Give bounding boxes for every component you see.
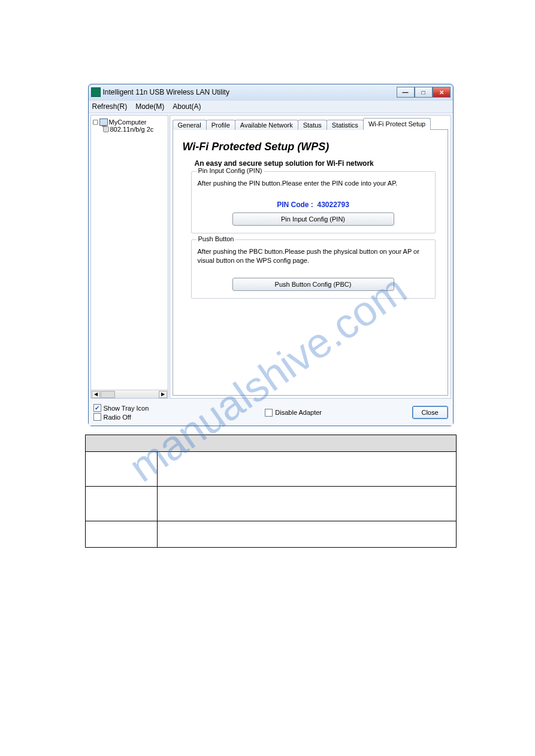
scroll-right-button[interactable]: ▶ xyxy=(159,391,167,398)
title-bar[interactable]: Intelligent 11n USB Wireless LAN Utility xyxy=(89,84,453,100)
pin-input-config-button[interactable]: Pin Input Config (PIN) xyxy=(232,212,394,226)
table-cell xyxy=(157,487,456,521)
table-cell xyxy=(85,487,157,521)
push-button-group-title: Push Button xyxy=(197,235,236,242)
radio-off-checkbox[interactable]: Radio Off xyxy=(93,413,149,421)
wps-heading: Wi-Fi Protected Setup (WPS) xyxy=(183,141,442,153)
tab-general[interactable]: General xyxy=(173,120,207,130)
push-button-group: Push Button After pushing the PBC button… xyxy=(191,239,436,299)
tree-adapter-node[interactable]: 802.11n/b/g 2c xyxy=(92,126,167,133)
tab-wifi-protect-setup[interactable]: Wi-Fi Protect Setup xyxy=(363,118,431,130)
tree-adapter-label: 802.11n/b/g 2c xyxy=(110,126,154,133)
minimize-button[interactable] xyxy=(397,87,415,98)
menu-about[interactable]: About(A) xyxy=(173,102,201,111)
pin-group-title: Pin Input Config (PIN) xyxy=(197,167,264,174)
scroll-thumb[interactable] xyxy=(101,391,115,398)
scroll-left-button[interactable]: ◀ xyxy=(92,391,100,398)
window-close-button[interactable] xyxy=(433,87,451,98)
table-cell xyxy=(85,521,157,548)
content-area: ▢ MyComputer 802.11n/b/g 2c ◀ ▶ xyxy=(89,113,453,400)
pin-instruction: After pushing the PIN button.Please ente… xyxy=(198,179,429,187)
show-tray-icon-checkbox[interactable]: ✔ Show Tray Icon xyxy=(93,404,149,412)
disable-adapter-label: Disable Adapter xyxy=(275,409,322,416)
tab-profile[interactable]: Profile xyxy=(206,120,235,130)
device-tree-panel: ▢ MyComputer 802.11n/b/g 2c ◀ ▶ xyxy=(90,115,168,399)
horizontal-scrollbar[interactable]: ◀ ▶ xyxy=(91,390,168,398)
close-button[interactable]: Close xyxy=(412,406,448,419)
push-button-config-button[interactable]: Push Button Config (PBC) xyxy=(232,278,394,291)
window-title: Intelligent 11n USB Wireless LAN Utility xyxy=(103,88,397,96)
wps-subheading: An easy and secure setup solution for Wi… xyxy=(195,159,442,168)
tab-status[interactable]: Status xyxy=(298,120,327,130)
table-cell xyxy=(85,452,157,487)
menu-bar: Refresh(R) Mode(M) About(A) xyxy=(89,100,453,113)
checkbox-icon: ✔ xyxy=(93,404,101,412)
checkbox-icon xyxy=(265,409,273,417)
maximize-button[interactable] xyxy=(415,87,433,98)
tab-strip: General Profile Available Network Status… xyxy=(173,118,448,130)
pin-code-label: PIN Code : xyxy=(277,201,313,209)
table-cell xyxy=(157,452,456,487)
app-window: Intelligent 11n USB Wireless LAN Utility… xyxy=(88,84,454,426)
disable-adapter-checkbox[interactable]: Disable Adapter xyxy=(265,409,322,417)
tab-statistics[interactable]: Statistics xyxy=(327,120,364,130)
footer-bar: ✔ Show Tray Icon Radio Off Disable Adapt… xyxy=(89,400,453,426)
pin-group: Pin Input Config (PIN) After pushing the… xyxy=(191,171,436,233)
menu-refresh[interactable]: Refresh(R) xyxy=(92,102,128,111)
tree-root-label: MyComputer xyxy=(109,119,147,126)
app-icon xyxy=(91,87,101,97)
show-tray-icon-label: Show Tray Icon xyxy=(104,405,149,412)
menu-mode[interactable]: Mode(M) xyxy=(135,102,164,111)
table-cell xyxy=(157,521,456,548)
computer-icon xyxy=(99,119,108,126)
table-header xyxy=(85,435,456,452)
pin-code-value: 43022793 xyxy=(317,201,349,209)
checkbox-icon xyxy=(93,413,101,421)
tree-root-node[interactable]: ▢ MyComputer xyxy=(92,118,167,126)
pbc-instruction: After pushing the PBC button.Please push… xyxy=(198,247,429,265)
adapter-icon xyxy=(103,126,109,132)
tab-body: Wi-Fi Protected Setup (WPS) An easy and … xyxy=(173,129,448,396)
tab-available-network[interactable]: Available Network xyxy=(235,120,298,130)
pin-code-line: PIN Code : 43022793 xyxy=(198,201,429,209)
explanation-table xyxy=(85,435,457,548)
radio-off-label: Radio Off xyxy=(104,414,131,421)
device-tree[interactable]: ▢ MyComputer 802.11n/b/g 2c xyxy=(91,116,168,390)
main-panel: General Profile Available Network Status… xyxy=(170,115,451,399)
expand-icon[interactable]: ▢ xyxy=(92,118,98,126)
